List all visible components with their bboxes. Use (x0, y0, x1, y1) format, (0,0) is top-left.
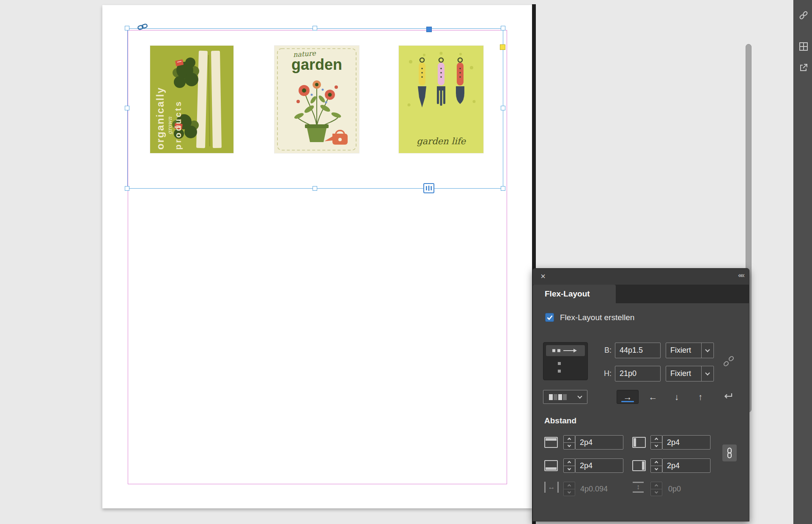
links-panel-icon (799, 11, 808, 20)
chain-link-icon (726, 447, 733, 458)
selection-handle-bottom-left[interactable] (125, 186, 129, 191)
flex-layout-panel: × «« Flex-Layout Flex-Layout erstellen B… (532, 268, 749, 521)
panel-dock (793, 0, 812, 524)
arrow-down-icon: ↓ (675, 392, 679, 402)
document-page[interactable]: organically grown products (102, 5, 532, 508)
selection-handle-bottom-mid[interactable] (313, 186, 317, 191)
width-input[interactable] (615, 343, 661, 358)
create-flex-layout-label: Flex-Layout erstellen (560, 313, 634, 322)
stepper-down-button[interactable] (651, 442, 662, 450)
direction-down-button[interactable]: ↓ (667, 390, 686, 404)
spacing-left-input[interactable] (662, 435, 710, 450)
corner-options-handle[interactable] (500, 44, 505, 50)
pattern-dropdown-button[interactable] (572, 390, 587, 404)
chevron-down-icon (577, 394, 582, 398)
horizontal-gap-stepper (563, 482, 575, 496)
unlink-dimensions-icon[interactable] (722, 355, 735, 368)
selection-handle-top-mid[interactable] (313, 26, 317, 30)
width-label: B: (592, 343, 612, 358)
grid-panel-icon (799, 42, 808, 51)
panel-tab-bar: Flex-Layout (533, 285, 749, 303)
arrow-left-icon: ← (649, 392, 658, 402)
spacing-right-input[interactable] (662, 458, 710, 473)
close-icon[interactable]: × (538, 271, 548, 281)
spacing-right-icon (632, 460, 646, 471)
stepper-up-button[interactable] (651, 436, 662, 442)
stepper-up-button[interactable] (651, 459, 662, 466)
height-mode-dropdown[interactable]: Fixiert (666, 366, 714, 381)
chevron-down-icon[interactable] (701, 343, 713, 358)
link-spacing-button[interactable] (722, 444, 737, 461)
dock-links-panel-button[interactable] (798, 10, 809, 20)
preview-row-pill (546, 345, 585, 356)
arrow-right-icon: → (623, 392, 632, 402)
spacing-left-icon (632, 437, 646, 448)
preview-item-dot (558, 362, 561, 365)
preview-item-dot (558, 370, 561, 373)
panel-title: Flex-Layout (533, 285, 616, 303)
dock-pages-panel-button[interactable] (798, 41, 809, 52)
flex-resize-handle[interactable] (426, 27, 432, 32)
item-pattern-select[interactable] (543, 390, 573, 404)
spacing-heading: Abstand (544, 416, 576, 425)
spacing-right-stepper (650, 458, 662, 473)
height-label: H: (592, 366, 612, 381)
link-badge-icon[interactable] (137, 23, 149, 30)
stepper-down-button[interactable] (564, 466, 575, 473)
selection-handle-mid-left[interactable] (125, 106, 129, 110)
width-mode-value: Fixiert (666, 343, 701, 358)
spacing-top-stepper (563, 435, 575, 450)
check-icon (547, 315, 553, 320)
collapse-icon[interactable]: «« (738, 272, 744, 279)
stepper-down-button (564, 489, 575, 496)
direction-up-button[interactable]: ↑ (691, 390, 710, 404)
stepper-up-button (564, 482, 575, 489)
vertical-gap-icon: ↕ (633, 482, 644, 493)
direction-right-button[interactable]: → (617, 390, 639, 404)
height-mode-value: Fixiert (666, 366, 701, 381)
stepper-up-button[interactable] (564, 436, 575, 442)
panel-header: × «« (533, 269, 749, 285)
pattern-swatch (563, 394, 567, 400)
stepper-up-button[interactable] (564, 459, 575, 466)
preview-flow-icon (551, 348, 579, 353)
stepper-up-button (651, 482, 662, 489)
spacing-top-icon (544, 437, 558, 448)
stepper-down-button[interactable] (564, 442, 575, 450)
h-gap-arrow-glyph: ↔ (548, 483, 555, 491)
spacing-left-stepper (650, 435, 662, 450)
vertical-gap-stepper (650, 482, 662, 496)
wrap-return-icon[interactable] (722, 392, 733, 401)
arrow-up-icon: ↑ (698, 392, 703, 402)
flex-layout-adornment-icon[interactable] (423, 183, 434, 193)
flex-bars-icon (426, 186, 432, 191)
selection-handle-top-left[interactable] (125, 26, 129, 30)
spacing-bottom-input[interactable] (575, 458, 623, 473)
selection-handle-bottom-right[interactable] (501, 186, 505, 191)
spacing-bottom-icon (544, 460, 558, 471)
tab-flex-layout[interactable]: Flex-Layout (533, 285, 616, 303)
stepper-down-button (651, 489, 662, 496)
create-flex-layout-checkbox[interactable] (545, 313, 554, 322)
vertical-gap-value: 0p0 (668, 482, 681, 496)
chevron-down-icon[interactable] (701, 366, 713, 381)
width-mode-dropdown[interactable]: Fixiert (666, 343, 714, 358)
horizontal-gap-icon: ↔ (544, 482, 559, 493)
horizontal-gap-value: 4p0.094 (580, 482, 608, 496)
selection-handle-mid-right[interactable] (501, 106, 505, 110)
pattern-swatch (558, 394, 562, 400)
v-gap-arrow-glyph: ↕ (636, 483, 640, 491)
dock-export-panel-button[interactable] (798, 63, 809, 73)
export-panel-icon (799, 63, 808, 72)
direction-left-button[interactable]: ← (644, 390, 662, 404)
pattern-swatch (549, 394, 553, 400)
stepper-down-button[interactable] (651, 466, 662, 473)
spacing-bottom-stepper (563, 458, 575, 473)
selection-frame[interactable] (127, 28, 503, 189)
pattern-swatch (554, 394, 557, 400)
spacing-top-input[interactable] (575, 435, 623, 450)
selection-handle-top-right[interactable] (501, 26, 505, 30)
flex-direction-preview[interactable] (543, 342, 588, 380)
height-input[interactable] (615, 366, 661, 381)
